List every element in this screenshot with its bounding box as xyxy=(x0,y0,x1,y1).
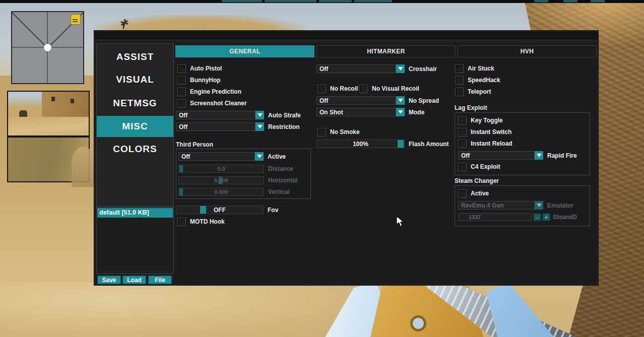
checkbox-row-key-toggle: Key Toggle xyxy=(458,116,503,124)
restriction-dropdown-button[interactable] xyxy=(255,122,264,131)
sidebar-item-visual[interactable]: VISUAL xyxy=(97,74,173,85)
tp-active-dropdown-button[interactable] xyxy=(255,152,264,161)
checkbox-row-steam-active: Active xyxy=(458,189,489,197)
sidebar-item-colors[interactable]: COLORS xyxy=(97,144,173,155)
steam-active-label: Active xyxy=(471,190,489,197)
slider-row-horizontal: 0.000 Horizontal xyxy=(178,176,298,184)
restriction-dropdown[interactable]: Off xyxy=(176,122,255,131)
sidebar-item-misc[interactable]: MISC xyxy=(97,116,173,137)
checkbox-row-engine-prediction: Engine Prediction xyxy=(177,88,241,96)
no-smoke-checkbox[interactable] xyxy=(317,128,326,137)
flash-amount-label: Flash Amount xyxy=(409,141,449,148)
crosshair-dropdown-button[interactable] xyxy=(396,64,405,73)
preview-doorway xyxy=(19,110,27,117)
slider-row-fov: OFF Fov xyxy=(176,206,278,214)
fov-slider[interactable]: OFF xyxy=(176,206,264,214)
radar-player-dot xyxy=(44,44,51,51)
mode-dropdown-button[interactable] xyxy=(396,108,405,116)
rapid-fire-dropdown-button[interactable] xyxy=(535,151,543,160)
window-title-bar[interactable] xyxy=(95,31,598,39)
checkbox-row-teleport: Teleport xyxy=(455,88,491,96)
emulator-label: Emulator xyxy=(547,202,573,209)
steamid-value: 1337 xyxy=(469,214,481,220)
tab-hitmarker[interactable]: HITMARKER xyxy=(316,45,456,57)
bunnyhop-checkbox[interactable] xyxy=(177,76,186,85)
hud-segment xyxy=(222,1,262,3)
no-recoil-checkbox[interactable] xyxy=(317,85,326,93)
instant-switch-checkbox[interactable] xyxy=(458,128,467,137)
engine-prediction-label: Engine Prediction xyxy=(190,88,241,95)
auto-strafe-value: Off xyxy=(179,112,187,119)
no-recoil-label: No Recoil xyxy=(330,85,358,92)
vertical-slider[interactable]: 0.000 xyxy=(178,188,264,196)
key-toggle-checkbox[interactable] xyxy=(458,116,467,125)
mode-dropdown[interactable]: On Shot xyxy=(316,108,396,116)
motd-hook-checkbox[interactable] xyxy=(177,218,186,226)
slider-row-flash-amount: 100% Flash Amount xyxy=(316,140,449,148)
dropdown-row-tp-active: Off Active xyxy=(178,152,286,161)
emulator-dropdown[interactable]: RevEmu 4 Gen xyxy=(458,201,535,210)
distance-slider[interactable]: 0.0 xyxy=(178,165,264,173)
hud-segment xyxy=(591,1,605,3)
lag-exploit-group: Key Toggle Instant Switch Instant Reload… xyxy=(455,112,590,175)
file-button[interactable]: File xyxy=(148,276,172,284)
auto-strafe-dropdown[interactable]: Off xyxy=(176,111,255,119)
rapid-fire-dropdown[interactable]: Off xyxy=(458,151,535,160)
crosshair-dropdown[interactable]: Off xyxy=(316,64,396,73)
tab-hvh[interactable]: HVH xyxy=(458,45,597,57)
chevron-down-icon xyxy=(257,125,263,128)
no-spread-dropdown[interactable]: Off xyxy=(316,96,396,105)
emulator-dropdown-button[interactable] xyxy=(535,201,543,210)
horizontal-label: Horizontal xyxy=(268,177,298,184)
sidebar-item-assist[interactable]: ASSIST xyxy=(97,51,173,62)
distance-slider-value: 0.0 xyxy=(179,165,264,172)
steam-active-checkbox[interactable] xyxy=(458,189,467,198)
c4-exploit-checkbox[interactable] xyxy=(458,163,467,171)
engine-prediction-checkbox[interactable] xyxy=(177,88,186,96)
auto-pistol-checkbox[interactable] xyxy=(177,64,186,73)
load-button[interactable]: Load xyxy=(122,276,146,284)
horizontal-slider[interactable]: 0.000 xyxy=(178,176,264,184)
checkbox-row-no-recoil: No Recoil xyxy=(317,85,358,93)
instant-reload-checkbox[interactable] xyxy=(458,140,467,148)
steamid-input[interactable]: 1337 xyxy=(458,213,532,221)
checkbox-row-no-smoke: No Smoke xyxy=(317,128,360,136)
config-list-item[interactable]: default [51.0 KB] xyxy=(97,208,173,218)
hud-segment xyxy=(265,1,316,3)
chevron-down-icon xyxy=(398,110,403,114)
sidebar: ASSIST VISUAL NETMSG MISC COLORS xyxy=(96,43,174,207)
hud-segment xyxy=(319,1,352,3)
mouse-cursor xyxy=(396,216,405,228)
speedhack-checkbox[interactable] xyxy=(455,76,464,85)
preview-building xyxy=(42,92,89,119)
tab-general[interactable]: GENERAL xyxy=(175,45,314,57)
save-button[interactable]: Save xyxy=(97,276,121,284)
dropdown-row-no-spread: Off No Spread xyxy=(316,96,439,105)
slider-row-distance: 0.0 Distance xyxy=(178,164,293,173)
flash-amount-slider[interactable]: 100% xyxy=(316,140,405,148)
sidebar-item-netmsg[interactable]: NETMSG xyxy=(97,98,173,109)
steam-changer-group: Active RevEmu 4 Gen Emulator 1337 - + St… xyxy=(455,185,590,226)
slider-row-vertical: 0.000 Vertical xyxy=(178,187,290,196)
tp-active-dropdown[interactable]: Off xyxy=(178,152,255,161)
steamid-increment-button[interactable]: + xyxy=(543,214,550,221)
screenshot-cleaner-checkbox[interactable] xyxy=(177,99,186,108)
fov-slider-value: OFF xyxy=(176,206,263,214)
checkbox-row-air-stuck: Air Stuck xyxy=(455,64,494,73)
no-visual-recoil-checkbox[interactable] xyxy=(359,85,368,93)
steamid-decrement-button[interactable]: - xyxy=(534,214,541,221)
hud-segment xyxy=(354,1,392,3)
auto-strafe-label: Auto Strafe xyxy=(268,112,301,119)
teleport-checkbox[interactable] xyxy=(455,88,464,96)
hud-segment xyxy=(563,1,577,3)
dropdown-row-restriction: Off Restriction xyxy=(176,122,300,131)
auto-strafe-dropdown-button[interactable] xyxy=(255,111,264,119)
config-list[interactable]: default [51.0 KB] xyxy=(96,207,174,274)
chevron-down-icon xyxy=(398,67,403,71)
air-stuck-checkbox[interactable] xyxy=(455,64,464,73)
bomb-icon xyxy=(71,14,81,25)
no-spread-dropdown-button[interactable] xyxy=(396,96,405,105)
tp-active-label: Active xyxy=(268,153,286,160)
no-spread-label: No Spread xyxy=(409,97,439,104)
dropdown-row-rapid-fire: Off Rapid Fire xyxy=(458,151,577,160)
